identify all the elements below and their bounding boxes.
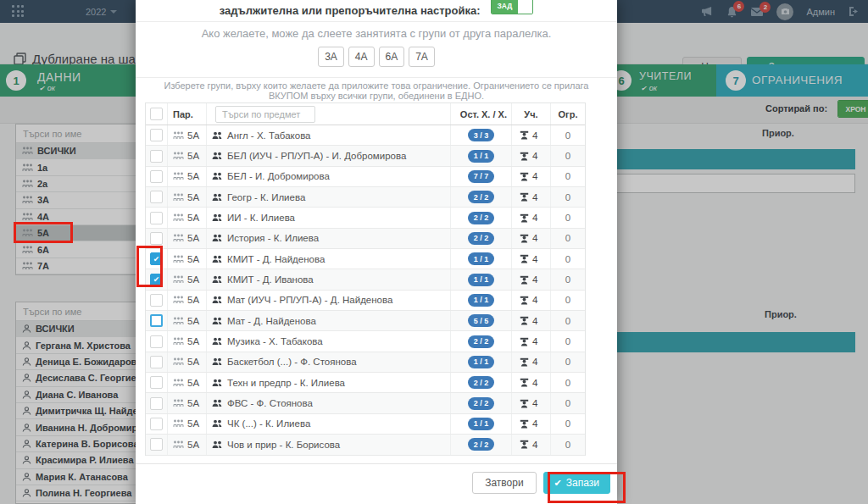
row-checkbox[interactable]: [150, 150, 163, 163]
subject-search-input[interactable]: [215, 106, 315, 123]
groups-table: Пар. Ост. Х. / Х. Уч. Огр. 5А: [145, 102, 586, 456]
row-subject-cell: Мат - Д. Найденова: [207, 311, 451, 330]
row-class-label: 5А: [187, 398, 199, 408]
row-teachers-count: 4: [532, 398, 537, 408]
hours-badge: 2 / 2: [468, 335, 495, 348]
row-subject-cell: ИИ - К. Илиева: [207, 208, 451, 227]
row-class-label: 5А: [187, 274, 199, 285]
merge-hint-text: Ако желаете, може да слеете занятията с …: [136, 27, 617, 40]
required-setting-toggle[interactable]: ЗАД: [491, 0, 534, 14]
merge-class-button[interactable]: 3А: [318, 47, 344, 67]
row-class-cell: 5А: [168, 373, 207, 392]
row-teachers-cell: 4: [512, 229, 551, 248]
row-checkbox[interactable]: [150, 397, 163, 410]
hours-badge: 2 / 2: [468, 232, 495, 245]
teacher-bust-icon: [520, 337, 529, 346]
row-teachers-cell: 4: [512, 208, 551, 227]
row-teachers-count: 4: [532, 440, 537, 450]
hours-badge: 2 / 2: [468, 191, 495, 203]
teacher-bust-icon: [520, 357, 529, 367]
row-checkbox[interactable]: [150, 191, 163, 203]
row-checkbox[interactable]: [150, 314, 163, 327]
row-checkbox[interactable]: [150, 232, 163, 245]
column-header-teachers: Уч.: [512, 103, 551, 125]
merge-class-button[interactable]: 4А: [348, 47, 375, 67]
row-teachers-count: 4: [532, 295, 537, 305]
row-subject-cell: Мат (ИУЧ - РП/УП-А) - Д. Найденова: [207, 291, 451, 310]
hours-badge: 1 / 1: [468, 150, 495, 163]
row-class-label: 5А: [187, 192, 199, 202]
class-icon: [173, 275, 184, 284]
teacher-bust-icon: [520, 316, 529, 325]
row-checkbox[interactable]: [150, 170, 163, 183]
row-teachers-count: 4: [532, 233, 537, 243]
class-icon: [173, 357, 184, 366]
row-constraints-count: 0: [551, 249, 585, 269]
row-checkbox[interactable]: [150, 274, 163, 286]
users-group-icon: [212, 131, 223, 140]
merge-class-button[interactable]: 6А: [379, 47, 405, 67]
save-button[interactable]: Запази: [543, 472, 610, 494]
row-teachers-count: 4: [532, 418, 537, 429]
row-constraints-count: 0: [551, 146, 585, 165]
instruction-text: Изберете групи, върху които желаете да п…: [147, 81, 605, 101]
row-class-cell: 5А: [168, 291, 207, 310]
row-teachers-count: 4: [532, 316, 537, 326]
group-table-row: 5А Баскетбол (...) - Ф. Стоянова 1 / 1 4…: [146, 352, 585, 373]
teacher-bust-icon: [520, 254, 529, 263]
row-teachers-cell: 4: [512, 331, 551, 351]
row-checkbox[interactable]: [150, 252, 163, 265]
row-checkbox[interactable]: [150, 356, 163, 368]
row-checkbox[interactable]: [150, 418, 163, 430]
close-button[interactable]: Затвори: [472, 472, 536, 494]
users-group-icon: [212, 213, 223, 222]
group-table-row: 5А БЕЛ - И. Добромирова 7 / 7 4 0: [146, 167, 585, 187]
merge-class-button[interactable]: 7А: [409, 47, 435, 67]
group-table-row: 5А ИИ - К. Илиева 2 / 2 4 0: [146, 208, 585, 228]
row-checkbox[interactable]: [150, 376, 163, 389]
toggle-knob: [518, 0, 532, 14]
row-class-cell: 5А: [168, 435, 207, 454]
row-constraints-count: 0: [551, 435, 585, 454]
users-group-icon: [212, 296, 223, 304]
row-teachers-count: 4: [532, 274, 537, 285]
row-class-label: 5А: [187, 378, 199, 388]
teacher-bust-icon: [520, 419, 529, 429]
row-checkbox[interactable]: [150, 438, 163, 451]
group-table-row: 5А Техн и предпр - К. Илиева 2 / 2 4 0: [146, 373, 585, 393]
row-constraints-count: 0: [551, 291, 585, 310]
row-checkbox[interactable]: [150, 294, 163, 307]
row-teachers-cell: 4: [512, 435, 551, 454]
row-teachers-count: 4: [532, 336, 537, 346]
row-class-cell: 5А: [168, 311, 207, 330]
row-subject-cell: Геогр - К. Илиева: [207, 187, 451, 207]
row-subject-label: ФВС - Ф. Стоянова: [227, 398, 313, 408]
divider: [136, 21, 617, 22]
group-table-row: 5А Англ - Х. Табакова 3 / 3 4 0: [146, 125, 585, 146]
row-teachers-cell: 4: [512, 269, 551, 289]
row-checkbox[interactable]: [150, 335, 163, 348]
row-teachers-cell: 4: [512, 291, 551, 310]
column-header-hours: Ост. Х. / Х.: [451, 103, 512, 125]
row-subject-label: ЧК (...) - К. Илиева: [227, 418, 310, 429]
row-subject-label: КМИТ - Д. Найденова: [227, 254, 325, 264]
row-subject-cell: КМИТ - Д. Найденова: [207, 249, 451, 269]
row-class-cell: 5А: [168, 125, 207, 145]
group-table-row: 5А Мат (ИУЧ - РП/УП-А) - Д. Найденова 1 …: [146, 291, 585, 311]
class-icon: [173, 152, 184, 160]
select-all-checkbox[interactable]: [150, 108, 163, 120]
hours-badge: 7 / 7: [468, 170, 495, 183]
class-icon: [173, 419, 184, 428]
teacher-bust-icon: [520, 275, 529, 285]
teacher-bust-icon: [520, 213, 529, 223]
row-checkbox[interactable]: [150, 212, 163, 224]
group-table-row: 5А ФВС - Ф. Стоянова 2 / 2 4 0: [146, 393, 585, 413]
row-constraints-count: 0: [551, 373, 585, 392]
row-subject-label: Баскетбол (...) - Ф. Стоянова: [227, 357, 357, 367]
row-teachers-count: 4: [532, 192, 537, 202]
row-class-cell: 5А: [168, 249, 207, 269]
row-subject-cell: История - К. Илиева: [207, 229, 451, 248]
row-checkbox[interactable]: [150, 129, 163, 141]
row-subject-label: История - К. Илиева: [227, 233, 319, 243]
hours-badge: 1 / 1: [468, 274, 495, 286]
